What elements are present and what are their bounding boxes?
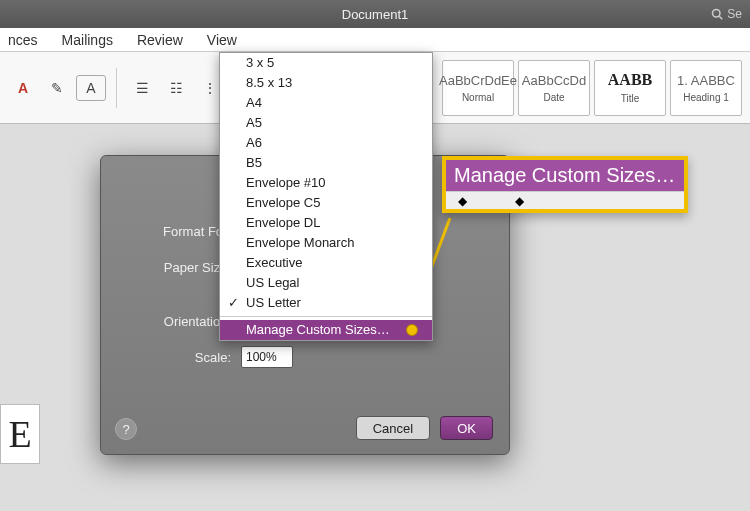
popup-item[interactable]: Envelope C5 <box>220 193 432 213</box>
styles-gallery: AaBbCrDdEe Normal AaBbCcDd Date AABB Tit… <box>442 60 742 116</box>
popup-item[interactable]: A4 <box>220 93 432 113</box>
page-edge-glyph: E <box>0 404 40 464</box>
font-color-button[interactable]: A <box>8 75 38 101</box>
bullets-button[interactable]: ☰ <box>127 75 157 101</box>
popup-item[interactable]: A6 <box>220 133 432 153</box>
ruler-marker-icon: ◆ <box>515 194 524 208</box>
style-date[interactable]: AaBbCcDd Date <box>518 60 590 116</box>
popup-separator <box>220 316 432 317</box>
orientation-label: Orientation: <box>125 314 231 329</box>
menu-bar: nces Mailings Review View <box>0 28 750 52</box>
highlight-button[interactable]: ✎ <box>42 75 72 101</box>
search-box[interactable]: Se <box>711 7 742 21</box>
separator <box>116 68 117 108</box>
menu-item[interactable]: Review <box>137 32 183 48</box>
popup-item[interactable]: Envelope Monarch <box>220 233 432 253</box>
format-for-label: Format For: <box>125 224 231 239</box>
callout-header: Manage Custom Sizes… <box>446 160 684 191</box>
ok-button[interactable]: OK <box>440 416 493 440</box>
style-normal[interactable]: AaBbCrDdEe Normal <box>442 60 514 116</box>
style-heading1[interactable]: 1. AABBC Heading 1 <box>670 60 742 116</box>
callout-box: Manage Custom Sizes… ◆ ◆ <box>442 156 688 213</box>
paper-size-label: Paper Size: <box>125 260 231 275</box>
popup-item[interactable]: 8.5 x 13 <box>220 73 432 93</box>
callout-ruler: ◆ ◆ <box>446 191 684 209</box>
menu-item[interactable]: View <box>207 32 237 48</box>
title-bar: Document1 Se <box>0 0 750 28</box>
popup-item[interactable]: 3 x 5 <box>220 53 432 73</box>
scale-input[interactable] <box>241 346 293 368</box>
popup-item[interactable]: A5 <box>220 113 432 133</box>
cancel-button[interactable]: Cancel <box>356 416 430 440</box>
popup-item-selected[interactable]: US Letter <box>220 293 432 313</box>
popup-item[interactable]: Envelope DL <box>220 213 432 233</box>
text-box-button[interactable]: A <box>76 75 106 101</box>
paper-size-popup: 3 x 5 8.5 x 13 A4 A5 A6 B5 Envelope #10 … <box>219 52 433 341</box>
search-icon <box>711 8 723 20</box>
paragraph-group: ☰ ☷ ⋮ <box>127 75 225 101</box>
popup-item[interactable]: Envelope #10 <box>220 173 432 193</box>
popup-item[interactable]: Executive <box>220 253 432 273</box>
popup-item[interactable]: US Legal <box>220 273 432 293</box>
style-title[interactable]: AABB Title <box>594 60 666 116</box>
numbering-button[interactable]: ☷ <box>161 75 191 101</box>
font-group: A ✎ A <box>8 75 106 101</box>
callout-dot-icon <box>406 324 418 336</box>
svg-point-0 <box>713 10 721 18</box>
ruler-marker-icon: ◆ <box>458 194 467 208</box>
menu-item[interactable]: nces <box>8 32 38 48</box>
menu-item[interactable]: Mailings <box>62 32 113 48</box>
popup-item[interactable]: B5 <box>220 153 432 173</box>
help-button[interactable]: ? <box>115 418 137 440</box>
svg-line-1 <box>720 16 723 19</box>
scale-label: Scale: <box>125 350 231 365</box>
popup-item-manage-custom[interactable]: Manage Custom Sizes… <box>220 320 432 340</box>
document-title: Document1 <box>342 7 408 22</box>
search-placeholder: Se <box>727 7 742 21</box>
